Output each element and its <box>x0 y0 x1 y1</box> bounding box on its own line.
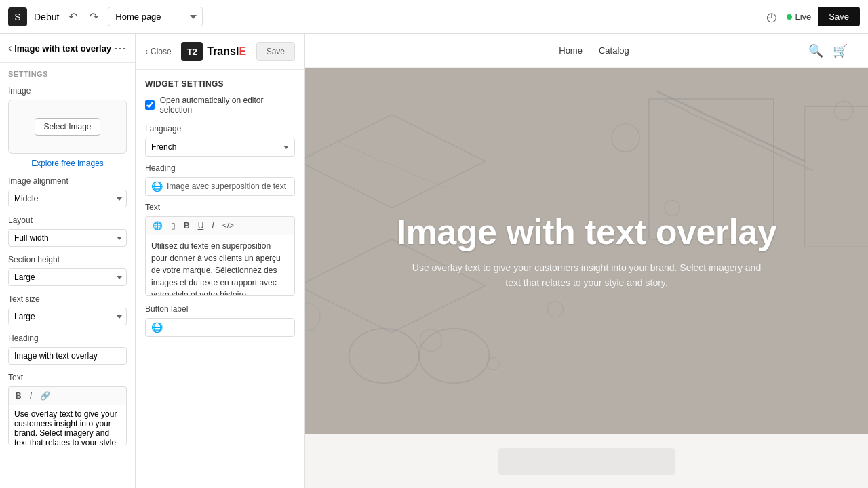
svg-line-7 <box>337 142 446 188</box>
store-icon: S <box>8 7 27 26</box>
live-indicator <box>787 14 792 20</box>
top-bar: S Debut ↶ ↷ Home page About Contact ◴ Li… <box>0 0 868 34</box>
middle-save-button[interactable]: Save <box>256 42 295 61</box>
preview-area: Home Catalog 🔍 🛒 <box>305 34 868 488</box>
text-toolbar: B I 🔗 <box>8 386 127 405</box>
hero-subtitle: Use overlay text to give your customers … <box>410 260 763 291</box>
alignment-label: Image alignment <box>8 176 127 186</box>
more-options-button[interactable]: ⋯ <box>114 41 127 56</box>
preview-bottom <box>305 434 868 488</box>
middle-panel-content: WIDGET SETTINGS Open automatically on ed… <box>136 70 304 488</box>
text-field-label: Text <box>8 373 127 382</box>
svg-point-13 <box>349 329 419 383</box>
text-size-label: Text size <box>8 294 127 304</box>
auto-open-checkbox[interactable] <box>145 100 155 110</box>
svg-line-9 <box>665 100 812 170</box>
preview-hero: Image with text overlay Use overlay text… <box>305 68 868 434</box>
svg-point-12 <box>305 303 320 331</box>
preview-navbar: Home Catalog 🔍 🛒 <box>305 34 868 68</box>
search-icon[interactable]: 🔍 <box>808 43 823 58</box>
svg-point-11 <box>420 329 441 351</box>
alignment-select[interactable]: MiddleLeftRight <box>8 190 127 207</box>
top-bar-left: S Debut ↶ ↷ Home page About Contact <box>8 7 431 26</box>
middle-code-button[interactable]: </> <box>220 220 237 232</box>
redo-button[interactable]: ↷ <box>87 7 101 26</box>
language-select[interactable]: FrenchSpanishGermanItalian <box>145 138 295 157</box>
svg-point-18 <box>548 302 564 317</box>
save-button[interactable]: Save <box>818 7 860 26</box>
left-panel-header: ‹ Image with text overlay ⋯ <box>0 34 135 63</box>
translate-icon: 🌐 <box>151 181 163 192</box>
section-height-label: Section height <box>8 255 127 264</box>
middle-heading-label: Heading <box>145 163 295 173</box>
nav-catalog[interactable]: Catalog <box>599 45 629 56</box>
preview-nav-links: Home Catalog <box>559 45 629 56</box>
main-layout: ‹ Image with text overlay ⋯ SETTINGS Ima… <box>0 34 868 488</box>
heading-input[interactable] <box>8 347 127 365</box>
chevron-left-icon: ‹ <box>145 47 148 56</box>
widget-settings-title: WIDGET SETTINGS <box>145 79 295 89</box>
close-button[interactable]: ‹ Close <box>145 47 172 56</box>
svg-point-2 <box>612 124 639 152</box>
button-label-icon: 🌐 <box>151 322 163 333</box>
preview-nav-icons: 🔍 🛒 <box>808 43 848 58</box>
image-label: Image <box>8 86 127 96</box>
preview-bottom-placeholder <box>498 448 675 475</box>
store-name: Debut <box>34 12 59 22</box>
left-panel: ‹ Image with text overlay ⋯ SETTINGS Ima… <box>0 34 136 488</box>
page-dropdown[interactable]: Home page About Contact <box>108 7 203 26</box>
close-label: Close <box>151 47 172 56</box>
image-placeholder: Select Image <box>8 100 127 154</box>
middle-text-textarea[interactable]: Utilisez du texte en superposition pour … <box>145 235 295 296</box>
settings-label: SETTINGS <box>8 70 127 78</box>
svg-marker-6 <box>305 115 486 208</box>
left-panel-content: SETTINGS Image Select Image Explore free… <box>0 63 135 488</box>
top-bar-right: ◴ Live Save <box>437 7 860 27</box>
button-label-wrap: 🌐 <box>145 318 295 337</box>
button-label-input[interactable] <box>167 323 289 332</box>
cart-icon[interactable]: 🛒 <box>833 43 848 58</box>
middle-text-label: Text <box>145 203 295 212</box>
link-button[interactable]: 🔗 <box>37 390 53 402</box>
device-preview-button[interactable]: ◴ <box>764 7 780 27</box>
middle-panel: ‹ Close T2 TranslE Save WIDGET SETTINGS … <box>136 34 305 488</box>
live-badge: Live <box>787 12 812 22</box>
middle-italic-button[interactable]: I <box>209 220 216 232</box>
middle-underline-button[interactable]: U <box>195 220 207 232</box>
middle-panel-header: ‹ Close T2 TranslE Save <box>136 34 304 70</box>
heading-translate-wrap: 🌐 <box>145 177 295 196</box>
middle-bold-button[interactable]: B <box>181 220 193 232</box>
section-height-select[interactable]: LargeSmallMedium <box>8 268 127 286</box>
svg-point-4 <box>834 101 853 120</box>
middle-text-toolbar: 🌐 ▯ B U I </> <box>145 216 295 235</box>
auto-open-label: Open automatically on editor selection <box>160 96 295 115</box>
auto-open-row: Open automatically on editor selection <box>145 96 295 115</box>
middle-translate-icon[interactable]: 🌐 <box>150 220 165 232</box>
text-textarea[interactable]: Use overlay text to give your customers … <box>8 405 127 445</box>
logo-text: TranslE <box>207 45 246 58</box>
nav-home[interactable]: Home <box>559 45 583 56</box>
logo-icon: T2 <box>181 42 203 61</box>
italic-button[interactable]: I <box>27 390 35 402</box>
heading-field-label: Heading <box>8 333 127 343</box>
heading-translate-input[interactable] <box>167 182 289 191</box>
transl-logo: T2 TranslE <box>181 42 246 61</box>
language-label: Language <box>145 124 295 134</box>
undo-button[interactable]: ↶ <box>66 7 80 26</box>
explore-images-link[interactable]: Explore free images <box>31 159 104 168</box>
svg-point-19 <box>487 357 499 369</box>
select-image-button[interactable]: Select Image <box>35 118 100 136</box>
text-size-select[interactable]: LargeSmallMedium <box>8 308 127 325</box>
layout-select[interactable]: Full widthFixed width <box>8 229 127 247</box>
svg-line-8 <box>656 91 804 161</box>
hero-title: Image with text overlay <box>397 211 777 252</box>
panel-title: Image with text overlay <box>12 43 114 54</box>
bold-button[interactable]: B <box>13 390 24 402</box>
middle-copy-button[interactable]: ▯ <box>168 220 178 232</box>
live-label: Live <box>795 12 812 22</box>
svg-point-14 <box>419 329 489 383</box>
button-label-label: Button label <box>145 304 295 314</box>
layout-label: Layout <box>8 216 127 225</box>
svg-marker-1 <box>805 106 868 247</box>
